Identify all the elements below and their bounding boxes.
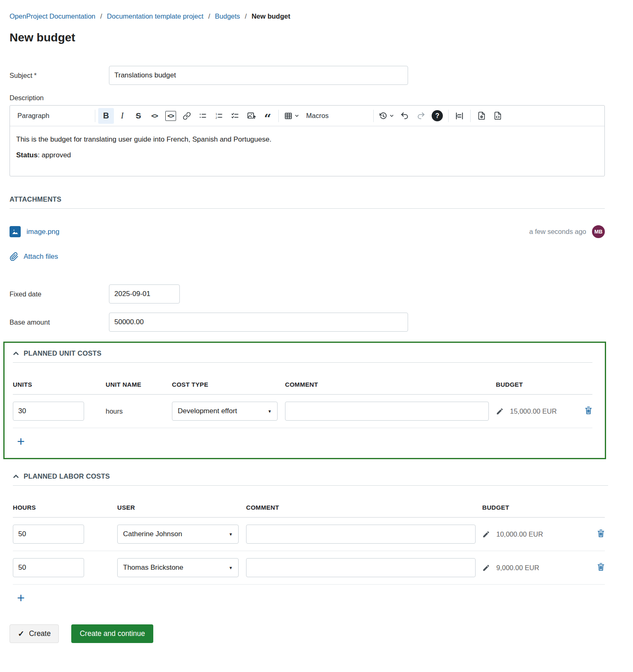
base-amount-input[interactable]	[109, 313, 408, 332]
breadcrumb-current: New budget	[251, 12, 290, 20]
description-status-line: Status: approved	[16, 151, 598, 159]
add-unit-cost-button[interactable]: +	[15, 435, 27, 448]
undo-icon	[401, 112, 409, 120]
insert-table-button[interactable]	[282, 108, 302, 124]
history-icon	[379, 112, 387, 120]
labor-budget-cell: 9,000.00 EUR	[482, 564, 588, 572]
planned-labor-costs-heading: PLANNED LABOR COSTS	[13, 472, 608, 486]
user-selected-value: Catherine Johnson	[123, 530, 182, 538]
attachments-heading: ATTACHMENTS	[10, 195, 605, 209]
bulleted-list-icon	[199, 112, 207, 120]
toolbar-divider	[373, 110, 374, 122]
create-button[interactable]: ✓ Create	[10, 624, 59, 643]
preview-button[interactable]	[474, 108, 489, 124]
labor-cost-row: Thomas Brickstone ▼ 9,000.00 EUR	[13, 551, 605, 585]
constrained-width-icon	[455, 111, 464, 120]
insert-image-icon	[247, 111, 256, 120]
block-quote-button[interactable]: “	[260, 108, 275, 124]
user-select[interactable]: Catherine Johnson ▼	[117, 525, 239, 544]
breadcrumb-link-openproject-documentation[interactable]: OpenProject Documentation	[10, 12, 95, 20]
code-block-button[interactable]: <>	[163, 108, 179, 124]
source-code-icon	[493, 111, 502, 120]
user-select[interactable]: Thomas Brickstone ▼	[117, 558, 239, 577]
italic-button[interactable]: I	[114, 108, 130, 124]
toolbar-divider	[278, 110, 279, 122]
revision-history-button[interactable]	[377, 108, 396, 124]
status-label: Status	[16, 151, 38, 159]
delete-labor-row-button[interactable]	[597, 563, 605, 573]
avatar: MB	[592, 225, 605, 238]
inline-code-icon: <>	[151, 112, 158, 120]
undo-button[interactable]	[397, 108, 413, 124]
planned-labor-costs-section: PLANNED LABOR COSTS HOURS USER COMMENT B…	[10, 472, 605, 605]
insert-image-button[interactable]	[244, 108, 259, 124]
cost-type-select[interactable]: Development effort ▼	[172, 402, 278, 421]
attachments-section: ATTACHMENTS image.png a few seconds ago …	[10, 195, 605, 261]
add-labor-cost-button[interactable]: +	[15, 591, 27, 605]
units-input[interactable]	[13, 402, 84, 421]
todo-list-button[interactable]	[227, 108, 243, 124]
create-button-label: Create	[29, 629, 51, 638]
help-button[interactable]: ?	[429, 108, 445, 124]
chevron-down-icon	[82, 113, 88, 118]
table-icon	[284, 112, 292, 120]
breadcrumb-link-documentation-template-project[interactable]: Documentation template project	[107, 12, 203, 20]
attach-files-button[interactable]: Attach files	[10, 252, 605, 261]
subject-row: Subject*	[10, 66, 605, 85]
col-header-budget: BUDGET	[496, 381, 576, 388]
collapse-chevron-up-icon[interactable]	[13, 473, 19, 479]
bold-icon: B	[103, 111, 109, 120]
hours-input[interactable]	[13, 525, 84, 544]
collapse-chevron-up-icon[interactable]	[13, 350, 19, 356]
strikethrough-button[interactable]: S	[130, 108, 146, 124]
breadcrumb-separator: /	[245, 12, 247, 20]
constrained-width-toggle[interactable]	[452, 108, 467, 124]
create-and-continue-button[interactable]: Create and continue	[71, 624, 153, 643]
breadcrumb: OpenProject Documentation / Documentatio…	[10, 12, 605, 20]
unit-costs-header-row: UNITS UNIT NAME COST TYPE COMMENT BUDGET	[13, 381, 592, 395]
select-caret-icon: ▼	[229, 532, 233, 537]
bold-button[interactable]: B	[98, 108, 114, 124]
labor-comment-input[interactable]	[246, 525, 476, 544]
breadcrumb-separator: /	[208, 12, 210, 20]
bulleted-list-button[interactable]	[195, 108, 211, 124]
select-caret-icon: ▼	[229, 566, 233, 570]
trash-icon	[597, 563, 605, 571]
attachment-timestamp: a few seconds ago	[529, 228, 586, 236]
labor-budget-cell: 10,000.00 EUR	[482, 530, 588, 538]
description-label: Description	[10, 94, 605, 102]
edit-pencil-icon[interactable]	[482, 530, 490, 538]
planned-unit-costs-heading: PLANNED UNIT COSTS	[13, 349, 592, 363]
description-editor: Paragraph B I S <> <> 12 “ Macros	[10, 105, 605, 176]
source-view-button[interactable]	[490, 108, 505, 124]
planned-labor-costs-title: PLANNED LABOR COSTS	[24, 472, 110, 480]
redo-button[interactable]	[413, 108, 429, 124]
unit-comment-input[interactable]	[285, 402, 489, 421]
fixed-date-input[interactable]	[109, 284, 180, 303]
description-paragraph: This is the budget for translating user …	[16, 135, 598, 144]
delete-labor-row-button[interactable]	[597, 529, 605, 539]
page-title: New budget	[10, 31, 605, 44]
numbered-list-button[interactable]: 12	[211, 108, 227, 124]
macros-dropdown[interactable]: Macros	[302, 108, 370, 124]
description-editable-area[interactable]: This is the budget for translating user …	[10, 126, 604, 176]
paragraph-style-dropdown[interactable]: Paragraph	[13, 108, 92, 124]
delete-unit-row-button[interactable]	[585, 406, 592, 416]
breadcrumb-link-budgets[interactable]: Budgets	[215, 12, 240, 20]
inline-code-button[interactable]: <>	[147, 108, 162, 124]
select-caret-icon: ▼	[268, 409, 272, 414]
edit-pencil-icon[interactable]	[482, 564, 490, 572]
hours-input[interactable]	[13, 558, 84, 577]
breadcrumb-separator: /	[100, 12, 102, 20]
subject-input[interactable]	[109, 66, 408, 85]
link-button[interactable]	[179, 108, 195, 124]
paperclip-icon	[10, 252, 19, 261]
edit-pencil-icon[interactable]	[496, 407, 504, 415]
attachment-file-link[interactable]: image.png	[27, 228, 59, 236]
base-amount-row: Base amount	[10, 313, 605, 332]
code-block-icon: <>	[165, 111, 176, 121]
block-quote-icon: “	[264, 117, 271, 121]
labor-comment-input[interactable]	[246, 558, 476, 577]
col-header-comment: COMMENT	[246, 504, 482, 511]
chevron-down-icon	[361, 113, 366, 118]
